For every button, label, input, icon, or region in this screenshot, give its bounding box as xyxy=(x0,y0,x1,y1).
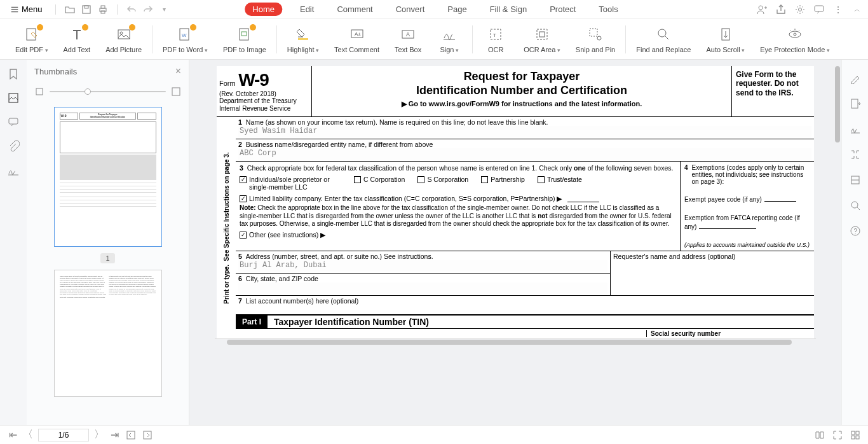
close-thumbnails-icon[interactable]: × xyxy=(175,66,181,77)
thumbnails-icon[interactable] xyxy=(7,92,20,104)
tab-home[interactable]: Home xyxy=(245,3,282,16)
city-state-zip-field[interactable] xyxy=(238,282,607,294)
fit-right-icon[interactable] xyxy=(142,430,153,440)
svg-rect-15 xyxy=(298,38,308,40)
header-right-icons: ⋮ ︿ xyxy=(756,4,863,15)
chk-partnership[interactable] xyxy=(481,176,488,183)
ribbon-eye-protection[interactable]: Eye Protection Mode xyxy=(752,25,837,53)
help-tool-icon[interactable]: ? xyxy=(850,225,861,237)
settings-icon[interactable] xyxy=(794,4,806,15)
svg-rect-14 xyxy=(241,32,247,36)
form-header-right: Give Form to the requester. Do not send … xyxy=(731,66,814,116)
svg-rect-41 xyxy=(851,431,855,434)
ribbon-pdf-to-word[interactable]: WPDF to Word xyxy=(155,25,215,53)
tab-page[interactable]: Page xyxy=(442,2,471,17)
chk-scorp[interactable] xyxy=(417,176,424,183)
chk-llc[interactable] xyxy=(240,195,247,202)
vertical-scrollbar[interactable] xyxy=(835,66,840,142)
edit-tool-icon[interactable] xyxy=(850,73,861,84)
form-header-left: Form W-9 (Rev. October 2018) Department … xyxy=(217,66,312,116)
tab-fillsign[interactable]: Fill & Sign xyxy=(485,2,532,17)
open-icon[interactable] xyxy=(65,4,75,15)
fullscreen-icon[interactable] xyxy=(832,430,843,440)
search-tool-icon[interactable] xyxy=(850,200,861,211)
view-grid-icon[interactable] xyxy=(850,430,860,440)
form-line-1: 1Name (as shown on your income tax retur… xyxy=(236,117,814,139)
undo-icon[interactable] xyxy=(126,4,137,15)
svg-rect-40 xyxy=(144,431,151,439)
last-page-icon[interactable]: ⇥ xyxy=(109,430,119,440)
form-line-5: 5Address (number, street, and apt. or su… xyxy=(236,251,610,274)
pdf-page: Form W-9 (Rev. October 2018) Department … xyxy=(217,66,814,338)
sign-tool-icon[interactable] xyxy=(850,123,861,135)
collapse-ribbon-icon[interactable]: ︿ xyxy=(851,4,863,15)
comments-icon[interactable] xyxy=(7,116,20,128)
reading-mode-icon[interactable] xyxy=(815,430,825,440)
tab-edit[interactable]: Edit xyxy=(295,2,319,17)
ribbon-ocr[interactable]: TOCR xyxy=(475,25,516,53)
user-add-icon[interactable] xyxy=(756,4,768,15)
statusbar: ⇤ 〈 〉 ⇥ xyxy=(0,425,868,444)
thumb-small-icon[interactable] xyxy=(34,87,44,97)
fit-left-icon[interactable] xyxy=(126,430,136,440)
ribbon-sign[interactable]: Sign xyxy=(429,25,470,53)
svg-point-25 xyxy=(597,36,601,40)
chk-trust[interactable] xyxy=(538,176,545,183)
thumbnail-page-2[interactable]: Lorem ipsum dolor sit amet consectetur a… xyxy=(54,270,162,397)
more-icon[interactable]: ⋮ xyxy=(832,4,844,15)
next-page-icon[interactable]: 〉 xyxy=(94,430,104,440)
ribbon-snip-pin[interactable]: Snip and Pin xyxy=(568,25,623,53)
export-tool-icon[interactable] xyxy=(850,98,861,109)
quick-access-toolbar: ▾ xyxy=(53,4,170,15)
chk-ccorp[interactable] xyxy=(354,176,361,183)
thumbnail-list[interactable]: W-9 Request for TaxpayerIdentification N… xyxy=(27,101,189,425)
hamburger-menu[interactable]: Menu xyxy=(5,2,48,17)
tab-protect[interactable]: Protect xyxy=(545,2,581,17)
qat-dropdown-icon[interactable]: ▾ xyxy=(159,4,170,15)
feedback-icon[interactable] xyxy=(813,4,825,15)
bookmark-icon[interactable] xyxy=(7,67,20,80)
name-field[interactable]: Syed Wasim Haidar xyxy=(238,126,811,137)
tab-tools[interactable]: Tools xyxy=(593,2,623,17)
ribbon-text-box[interactable]: AText Box xyxy=(387,25,429,53)
thumbnail-size-slider[interactable] xyxy=(50,91,166,92)
thumbnail-page-1[interactable]: W-9 Request for TaxpayerIdentification N… xyxy=(54,107,162,247)
signature-panel-icon[interactable] xyxy=(7,164,20,177)
ribbon-add-text[interactable]: Add Text xyxy=(56,25,98,53)
form-rows: 1Name (as shown on your income tax retur… xyxy=(236,117,814,338)
attachment-icon[interactable] xyxy=(7,140,20,153)
thumb-large-icon[interactable] xyxy=(171,87,181,97)
ribbon-auto-scroll[interactable]: Auto Scroll xyxy=(698,25,752,53)
exempt-payee-field[interactable] xyxy=(764,194,796,202)
thumbnails-panel: Thumbnails × W-9 Request for TaxpayerIde… xyxy=(27,60,189,425)
ribbon-find-replace[interactable]: Find and Replace xyxy=(628,25,698,53)
save-icon[interactable] xyxy=(81,4,92,15)
ribbon-ocr-area[interactable]: OCR Area xyxy=(516,25,568,53)
svg-point-26 xyxy=(658,29,666,37)
ribbon-edit-pdf[interactable]: Edit PDF xyxy=(8,25,56,53)
svg-point-28 xyxy=(789,31,801,38)
redo-icon[interactable] xyxy=(143,4,153,15)
fatca-field[interactable] xyxy=(699,221,756,229)
chk-individual[interactable] xyxy=(240,176,247,183)
ribbon-highlight[interactable]: Highlight xyxy=(280,25,327,53)
document-viewport[interactable]: Form W-9 (Rev. October 2018) Department … xyxy=(189,60,841,425)
scan-tool-icon[interactable] xyxy=(850,174,861,186)
chk-other[interactable] xyxy=(240,232,247,239)
page-input[interactable] xyxy=(38,429,89,441)
tab-convert[interactable]: Convert xyxy=(391,2,430,17)
prev-page-icon[interactable]: 〈 xyxy=(23,430,33,440)
address-field[interactable]: Burj Al Arab, Dubai xyxy=(238,260,607,272)
llc-classification-field[interactable] xyxy=(567,195,599,202)
compress-tool-icon[interactable] xyxy=(850,149,861,160)
svg-rect-23 xyxy=(539,32,545,37)
horizontal-scrollbar[interactable] xyxy=(215,338,816,345)
share-icon[interactable] xyxy=(775,4,787,15)
ribbon-text-comment[interactable]: A±Text Comment xyxy=(327,25,387,53)
ribbon-pdf-to-image[interactable]: PDF to Image xyxy=(215,25,274,53)
business-name-field[interactable]: ABC Corp xyxy=(238,148,811,160)
ribbon-add-picture[interactable]: Add Picture xyxy=(98,25,149,53)
print-icon[interactable] xyxy=(98,4,108,15)
first-page-icon[interactable]: ⇤ xyxy=(8,430,18,440)
tab-comment[interactable]: Comment xyxy=(332,2,377,17)
